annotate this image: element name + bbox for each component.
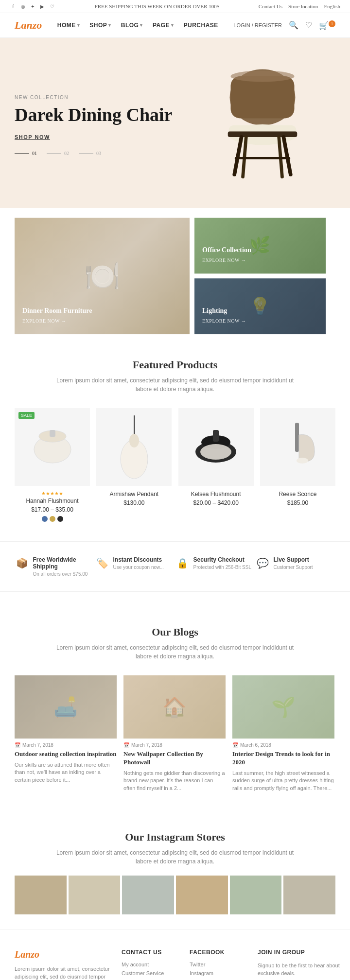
collection-explore-lighting[interactable]: Explore now → bbox=[202, 318, 246, 324]
feature-shipping-title: Free Worldwide Shipping bbox=[33, 556, 94, 570]
blog-image-2: 🏠 bbox=[123, 675, 226, 739]
nav-page[interactable]: PAGE ▾ bbox=[153, 22, 174, 29]
product-price-3: $20.00 – $420.00 bbox=[178, 499, 254, 506]
svg-line-6 bbox=[234, 137, 241, 174]
feature-shipping: 📦 Free Worldwide Shipping On all orders … bbox=[16, 556, 94, 577]
store-location-link[interactable]: Store location bbox=[288, 3, 318, 9]
youtube-icon[interactable]: ▶ bbox=[39, 3, 46, 10]
calendar-icon-1: 📅 bbox=[15, 742, 20, 748]
feature-security: 🔒 Security Checkout Protected with 256-B… bbox=[176, 556, 254, 577]
hero-section: NEW COLLECTION Darek Dining Chair SHOP N… bbox=[0, 38, 350, 208]
blog-title-2[interactable]: New Wallpaper Collection By Photowall bbox=[123, 750, 226, 767]
product-name-1: Hannah Flushmount bbox=[15, 498, 90, 504]
footer-links-col-2: Facebook Twitter Instagram Dribble Googl… bbox=[190, 949, 248, 980]
product-name-4: Reese Sconce bbox=[260, 491, 335, 498]
svg-point-2 bbox=[231, 70, 295, 82]
hero-dots: 01 02 03 bbox=[15, 151, 172, 156]
facebook-icon[interactable]: f bbox=[10, 3, 17, 10]
blogs-title: Our Blogs bbox=[15, 626, 335, 638]
swatch-blue[interactable] bbox=[42, 516, 48, 522]
product-swatches-1 bbox=[15, 516, 90, 522]
promo-message: FREE SHIPPING THIS WEEK ON ORDER OVER 10… bbox=[95, 3, 220, 9]
cart-icon[interactable]: 🛒1 bbox=[319, 20, 335, 30]
lamp-icon-1 bbox=[28, 423, 77, 471]
blog-card-3: 🌱 📅 March 6, 2018 Interior Design Trends… bbox=[232, 675, 334, 792]
blog-image-1: 🛋️ bbox=[15, 675, 117, 739]
product-image-3[interactable] bbox=[178, 408, 254, 486]
instagram-icon[interactable]: ◎ bbox=[19, 3, 26, 10]
footer-link-instagram[interactable]: Instagram bbox=[190, 970, 248, 976]
blog-excerpt-1: Our skills are so attuned that more ofte… bbox=[15, 761, 117, 784]
hero-dot-3[interactable]: 03 bbox=[79, 151, 101, 156]
blogs-subtitle: Lorem ipsum dolor sit amet, consectetur … bbox=[53, 643, 297, 661]
insta-thumb-4[interactable] bbox=[176, 876, 228, 914]
cart-count: 1 bbox=[329, 20, 335, 27]
login-register-link[interactable]: LOGIN / REGISTER bbox=[233, 22, 282, 28]
footer-desc: Lorem ipsum dolor sit amet, consectetur … bbox=[15, 965, 112, 980]
insta-thumb-3[interactable] bbox=[122, 876, 174, 914]
product-image-4[interactable] bbox=[260, 408, 335, 486]
footer-newsletter-desc: Signup to be the first to hear about exc… bbox=[258, 962, 350, 978]
product-name-2: Armishaw Pendant bbox=[96, 491, 172, 498]
nav-purchase[interactable]: PURCHASE bbox=[184, 22, 218, 29]
product-image-1[interactable]: SALE bbox=[15, 408, 90, 486]
blog-image-3: 🌱 bbox=[232, 675, 334, 739]
svg-rect-5 bbox=[228, 132, 298, 138]
svg-rect-21 bbox=[295, 423, 299, 452]
insta-thumb-6[interactable] bbox=[283, 876, 335, 914]
hero-dot-2[interactable]: 02 bbox=[47, 151, 69, 156]
twitter-icon[interactable]: ✦ bbox=[29, 3, 36, 10]
product-image-2[interactable] bbox=[96, 408, 172, 486]
nav-home[interactable]: HOME ▾ bbox=[57, 22, 80, 29]
nav-links: HOME ▾ SHOP ▾ BLOG ▾ PAGE ▾ PURCHASE bbox=[57, 22, 218, 29]
product-name-3: Kelsea Flushmount bbox=[178, 491, 254, 498]
chair-svg bbox=[209, 62, 316, 189]
product-price-4: $185.00 bbox=[260, 499, 335, 506]
top-bar-right: Contact Us Store location English bbox=[259, 3, 340, 9]
blog-title-3[interactable]: Interior Design Trends to look for in 20… bbox=[232, 750, 334, 767]
featured-products-section: Featured Products Lorem ipsum dolor sit … bbox=[0, 344, 350, 536]
blog-card-1: 🛋️ 📅 March 7, 2018 Outdoor seating colle… bbox=[15, 675, 117, 792]
social-icons-row: f ◎ ✦ ▶ ♡ bbox=[10, 3, 55, 10]
collection-label-dining: Dinner Room Furniture Explore now → bbox=[22, 307, 92, 325]
instagram-grid bbox=[0, 871, 350, 929]
logo[interactable]: Lanzo bbox=[15, 19, 42, 32]
pinterest-icon[interactable]: ♡ bbox=[49, 3, 55, 10]
blog-title-1[interactable]: Outdoor seating collection inspiration bbox=[15, 750, 117, 758]
feature-support-desc: Customer Support bbox=[274, 565, 313, 570]
feature-security-desc: Protected with 256-Bit SSL bbox=[193, 565, 252, 570]
swatch-dark[interactable] bbox=[57, 516, 63, 522]
collection-lighting[interactable]: 💡 Lighting Explore now → bbox=[194, 278, 326, 334]
collection-explore-dining[interactable]: Explore now → bbox=[22, 318, 66, 324]
calendar-icon-3: 📅 bbox=[232, 742, 238, 748]
insta-thumb-1[interactable] bbox=[15, 876, 67, 914]
collection-dining[interactable]: 🍽️ Dinner Room Furniture Explore now → bbox=[15, 218, 190, 334]
collection-office[interactable]: 🌿 Office Collection Explore now → bbox=[194, 218, 326, 274]
footer-link-customerservice[interactable]: Customer Service bbox=[122, 970, 180, 976]
blog-excerpt-2: Nothing gets me giddier than discovering… bbox=[123, 770, 226, 792]
discount-icon: 🏷️ bbox=[96, 557, 108, 569]
footer-link-twitter[interactable]: Twitter bbox=[190, 962, 248, 967]
nav-blog[interactable]: BLOG ▾ bbox=[121, 22, 143, 29]
hero-dot-1[interactable]: 01 bbox=[15, 151, 37, 156]
nav-shop[interactable]: SHOP ▾ bbox=[89, 22, 111, 29]
shipping-icon: 📦 bbox=[16, 557, 28, 569]
footer-logo[interactable]: Lanzo bbox=[15, 949, 112, 960]
swatch-gold[interactable] bbox=[50, 516, 55, 522]
blog-card-2: 🏠 📅 March 7, 2018 New Wallpaper Collecti… bbox=[123, 675, 226, 792]
search-icon[interactable]: 🔍 bbox=[289, 20, 298, 30]
wishlist-icon[interactable]: ♡ bbox=[305, 20, 312, 30]
product-card-1: SALE ★★★★★ Hannah Flushmount $17.00 – $3… bbox=[15, 408, 90, 522]
product-stars-1: ★★★★★ bbox=[15, 491, 90, 496]
hero-cta-link[interactable]: SHOP NOW bbox=[15, 134, 50, 140]
svg-rect-20 bbox=[213, 430, 219, 442]
contact-link[interactable]: Contact Us bbox=[259, 3, 282, 9]
insta-thumb-5[interactable] bbox=[230, 876, 282, 914]
collection-explore-office[interactable]: Explore now → bbox=[202, 258, 246, 263]
insta-thumb-2[interactable] bbox=[69, 876, 121, 914]
footer-link-myaccount[interactable]: My account bbox=[122, 962, 180, 967]
feature-shipping-desc: On all orders over $75.00 bbox=[33, 571, 94, 577]
promo-text: FREE SHIPPING THIS WEEK ON ORDER OVER 10… bbox=[55, 3, 259, 9]
featured-subtitle: Lorem ipsum dolor sit amet, consectetur … bbox=[53, 376, 297, 394]
language-selector[interactable]: English bbox=[324, 3, 340, 9]
